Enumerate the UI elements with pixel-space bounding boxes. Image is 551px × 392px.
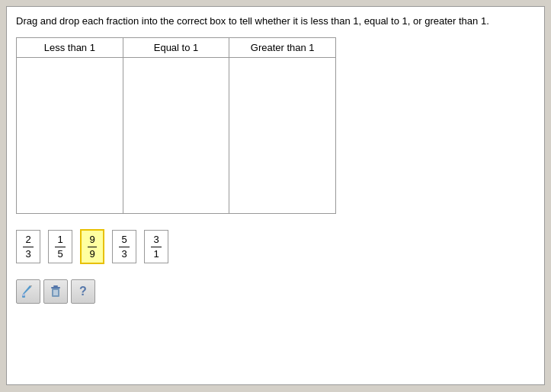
drop-zone-greater-body[interactable] xyxy=(229,58,335,206)
fraction-9-9-line xyxy=(88,247,97,247)
fraction-card-9-9[interactable]: 9 9 xyxy=(80,229,104,264)
drop-zone-greater-header: Greater than 1 xyxy=(229,38,335,58)
fraction-1-5-line xyxy=(55,247,66,247)
drop-zone-less-body[interactable] xyxy=(17,58,123,206)
fraction-2-3-denominator: 3 xyxy=(25,248,30,260)
fraction-3-1-line xyxy=(151,247,162,247)
fraction-2-3-numerator: 2 xyxy=(25,234,30,246)
drop-zone-equal-header: Equal to 1 xyxy=(123,38,229,58)
svg-marker-1 xyxy=(23,285,31,294)
fraction-card-5-3[interactable]: 5 3 xyxy=(112,230,136,263)
main-container: Drag and drop each fraction into the cor… xyxy=(6,6,545,385)
fraction-9-9-denominator: 9 xyxy=(89,248,95,260)
trash-button[interactable] xyxy=(43,279,68,304)
fraction-card-2-3[interactable]: 2 3 xyxy=(16,230,40,263)
fraction-3-1-numerator: 3 xyxy=(153,234,159,246)
instructions-text: Drag and drop each fraction into the cor… xyxy=(16,14,535,28)
fraction-9-9-numerator: 9 xyxy=(89,234,95,246)
drop-zones-container: Less than 1 Equal to 1 Greater than 1 xyxy=(16,37,336,214)
drop-zone-less[interactable]: Less than 1 xyxy=(17,38,123,213)
fraction-1-5-numerator: 1 xyxy=(57,234,62,246)
trash-icon xyxy=(49,285,62,298)
svg-rect-6 xyxy=(53,285,58,287)
drop-zone-equal[interactable]: Equal to 1 xyxy=(123,38,230,213)
toolbar: ? xyxy=(16,279,535,304)
fraction-3-1-denominator: 1 xyxy=(153,248,159,260)
fraction-2-3-line xyxy=(23,247,34,247)
fraction-5-3-numerator: 5 xyxy=(121,234,127,246)
fraction-5-3-denominator: 3 xyxy=(121,248,127,260)
fraction-card-1-5[interactable]: 1 5 xyxy=(48,230,72,263)
fractions-row: 2 3 1 5 9 9 5 3 3 1 xyxy=(16,229,535,264)
drop-zone-equal-body[interactable] xyxy=(123,58,229,206)
pencil-icon xyxy=(21,284,36,299)
help-icon: ? xyxy=(79,285,87,298)
fraction-1-5-denominator: 5 xyxy=(57,248,62,260)
svg-rect-5 xyxy=(51,287,60,288)
fraction-5-3-line xyxy=(119,247,130,247)
drop-zone-less-header: Less than 1 xyxy=(17,38,123,58)
svg-marker-3 xyxy=(22,294,25,296)
drop-zone-greater[interactable]: Greater than 1 xyxy=(229,38,335,213)
help-button[interactable]: ? xyxy=(71,279,95,304)
pencil-button[interactable] xyxy=(16,279,40,304)
fraction-card-3-1[interactable]: 3 1 xyxy=(144,230,168,263)
